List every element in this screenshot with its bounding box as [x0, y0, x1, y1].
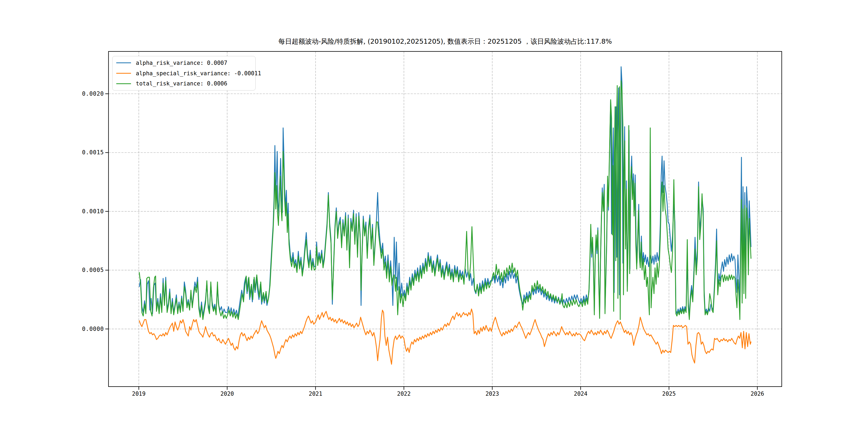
- y-tick-label: 0.0005: [0, 266, 104, 274]
- x-tick-label: 2022: [388, 390, 420, 398]
- x-tick-label: 2025: [653, 390, 685, 398]
- legend-item-label: total_risk_variance: 0.0006: [136, 81, 227, 87]
- legend-line-sample-green: [116, 83, 131, 84]
- legend-item: alpha_risk_variance: 0.0007: [115, 58, 253, 68]
- x-tick-label: 2019: [123, 390, 155, 398]
- y-tick-label: 0.0015: [0, 149, 104, 156]
- y-tick-label: 0.0010: [0, 208, 104, 215]
- x-tick-label: 2020: [211, 390, 243, 398]
- x-tick-label: 2024: [564, 390, 597, 398]
- legend-item: total_risk_variance: 0.0006: [115, 79, 253, 88]
- legend-item-label: alpha_risk_variance: 0.0007: [136, 60, 227, 66]
- legend-line-sample-blue: [116, 62, 131, 63]
- legend-item: alpha_special_risk_variance: -0.00011: [115, 69, 253, 78]
- legend-line-sample-orange: [116, 73, 131, 74]
- legend: alpha_risk_variance: 0.0007 alpha_specia…: [112, 56, 255, 91]
- x-tick-label: 2023: [476, 390, 508, 398]
- legend-item-label: alpha_special_risk_variance: -0.00011: [136, 70, 261, 76]
- x-tick-label: 2021: [300, 390, 332, 398]
- y-tick-label: 0.0000: [0, 325, 104, 333]
- figure: 每日超额波动-风险/特质拆解, (20190102,20251205), 数值表…: [0, 0, 868, 434]
- chart-title: 每日超额波动-风险/特质拆解, (20190102,20251205), 数值表…: [108, 37, 782, 46]
- x-tick-label: 2026: [741, 390, 773, 398]
- y-tick-label: 0.0020: [0, 90, 104, 97]
